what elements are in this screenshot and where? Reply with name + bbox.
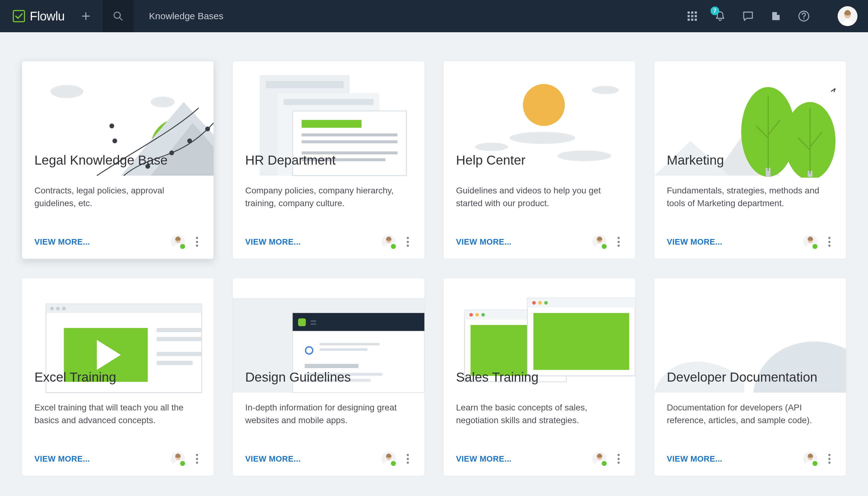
- svg-rect-45: [46, 304, 202, 313]
- svg-point-17: [169, 150, 174, 155]
- card-illustration: Excel Training: [22, 278, 214, 394]
- svg-point-46: [50, 307, 54, 310]
- card-illustration: Sales Training: [444, 278, 635, 394]
- card-desc: Documentation for developers (API refere…: [667, 401, 834, 427]
- svg-rect-50: [157, 328, 202, 332]
- card-title: Help Center: [456, 153, 525, 168]
- svg-point-76: [532, 301, 536, 305]
- content-area: Legal Knowledge Base Contracts, legal po…: [0, 32, 868, 489]
- svg-point-37: [592, 86, 619, 94]
- kb-card-developer-docs[interactable]: Developer Documentation Documentation fo…: [654, 278, 846, 476]
- card-menu-button[interactable]: [825, 236, 834, 248]
- svg-point-16: [187, 139, 192, 143]
- card-desc: In-depth information for designing great…: [245, 401, 412, 427]
- card-illustration: HR Department: [233, 61, 424, 177]
- app-name: Flowlu: [30, 9, 65, 23]
- card-desc: Fundamentals, strategies, methods and to…: [667, 184, 834, 210]
- svg-point-77: [538, 301, 542, 305]
- view-more-link[interactable]: VIEW MORE...: [34, 237, 90, 247]
- document-icon: [770, 11, 781, 22]
- svg-point-78: [544, 301, 548, 305]
- kb-card-legal[interactable]: Legal Knowledge Base Contracts, legal po…: [22, 61, 214, 259]
- view-more-link[interactable]: VIEW MORE...: [456, 454, 512, 464]
- svg-rect-60: [311, 323, 316, 325]
- svg-rect-8: [691, 19, 694, 21]
- svg-rect-79: [533, 313, 629, 370]
- svg-point-47: [56, 307, 60, 310]
- help-icon: [798, 10, 810, 22]
- user-avatar[interactable]: [838, 6, 857, 26]
- apps-grid-icon: [687, 11, 698, 21]
- svg-point-14: [50, 85, 83, 98]
- apps-button[interactable]: [686, 10, 699, 22]
- add-button[interactable]: [81, 12, 90, 20]
- kb-card-marketing[interactable]: Marketing Fundamentals, strategies, meth…: [654, 61, 846, 259]
- search-button[interactable]: [103, 0, 134, 32]
- help-button[interactable]: [797, 10, 810, 22]
- svg-rect-75: [527, 298, 635, 308]
- kb-card-sales-training[interactable]: Sales Training Learn the basic concepts …: [443, 278, 636, 476]
- owner-avatar[interactable]: [592, 235, 607, 249]
- owner-avatar[interactable]: [592, 452, 607, 466]
- card-title: Sales Training: [456, 370, 539, 385]
- card-illustration: Marketing: [654, 61, 846, 177]
- svg-point-36: [475, 143, 508, 151]
- card-illustration: Help Center: [444, 61, 635, 177]
- svg-rect-28: [301, 133, 398, 136]
- svg-point-13: [151, 97, 174, 108]
- svg-rect-59: [311, 321, 316, 322]
- owner-avatar[interactable]: [382, 235, 396, 249]
- topbar-actions: 7: [686, 6, 857, 26]
- page-title: Knowledge Bases: [149, 11, 223, 21]
- svg-rect-63: [320, 348, 368, 351]
- knowledge-base-grid: Legal Knowledge Base Contracts, legal po…: [22, 61, 846, 476]
- kb-card-hr[interactable]: HR Department Company policies, company …: [232, 61, 425, 259]
- view-more-link[interactable]: VIEW MORE...: [667, 454, 722, 464]
- card-menu-button[interactable]: [825, 453, 834, 465]
- app-logo[interactable]: Flowlu: [0, 9, 65, 23]
- view-more-link[interactable]: VIEW MORE...: [245, 454, 301, 464]
- svg-point-11: [803, 18, 804, 19]
- kb-card-excel-training[interactable]: Excel Training Excel training that will …: [22, 278, 214, 476]
- card-menu-button[interactable]: [614, 453, 623, 465]
- owner-avatar[interactable]: [382, 452, 396, 466]
- logo-check-icon: [12, 10, 26, 22]
- avatar-icon: [839, 9, 856, 26]
- svg-point-33: [523, 84, 565, 126]
- svg-point-19: [109, 124, 114, 128]
- svg-rect-64: [305, 364, 359, 368]
- card-title: Excel Training: [34, 370, 116, 385]
- kb-card-design-guidelines[interactable]: Design Guidelines In-depth information f…: [232, 278, 425, 476]
- notifications-button[interactable]: 7: [714, 10, 727, 22]
- kb-card-help-center[interactable]: Help Center Guidelines and videos to hel…: [443, 61, 636, 259]
- view-more-link[interactable]: VIEW MORE...: [667, 237, 722, 247]
- card-menu-button[interactable]: [403, 236, 412, 248]
- card-menu-button[interactable]: [192, 236, 201, 248]
- svg-rect-2: [691, 12, 694, 14]
- svg-rect-4: [687, 15, 690, 17]
- owner-avatar[interactable]: [803, 235, 818, 249]
- svg-rect-6: [695, 15, 697, 17]
- owner-avatar[interactable]: [171, 452, 185, 466]
- svg-rect-5: [691, 15, 694, 17]
- svg-rect-27: [301, 120, 361, 128]
- documents-button[interactable]: [770, 10, 782, 22]
- card-desc: Learn the basic concepts of sales, negot…: [456, 401, 623, 427]
- svg-point-15: [205, 126, 210, 131]
- owner-avatar[interactable]: [803, 452, 818, 466]
- view-more-link[interactable]: VIEW MORE...: [34, 454, 90, 464]
- view-more-link[interactable]: VIEW MORE...: [245, 237, 301, 247]
- card-desc: Company policies, company hierarchy, tra…: [245, 184, 412, 210]
- view-more-link[interactable]: VIEW MORE...: [456, 237, 512, 247]
- svg-rect-7: [687, 19, 690, 21]
- card-menu-button[interactable]: [614, 236, 623, 248]
- messages-button[interactable]: [742, 10, 755, 22]
- card-menu-button[interactable]: [192, 453, 201, 465]
- card-menu-button[interactable]: [403, 453, 412, 465]
- svg-rect-62: [320, 343, 379, 345]
- svg-rect-53: [157, 361, 193, 365]
- card-desc: Guidelines and videos to help you get st…: [456, 184, 623, 210]
- topbar: Flowlu Knowledge Bases 7: [0, 0, 868, 32]
- owner-avatar[interactable]: [171, 235, 185, 249]
- search-icon: [113, 11, 123, 21]
